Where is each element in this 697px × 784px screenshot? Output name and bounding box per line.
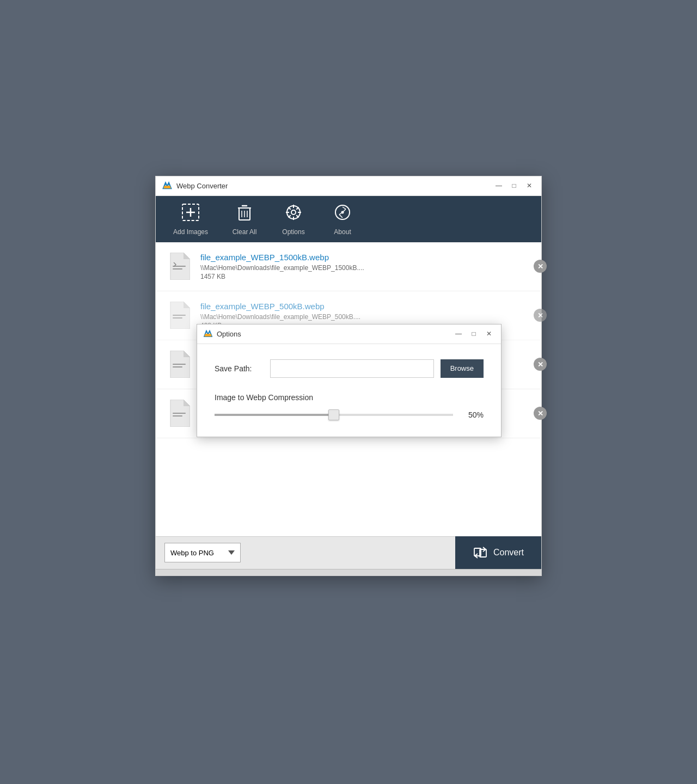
save-path-row: Save Path: Browse bbox=[215, 359, 484, 378]
dialog-window-controls: — □ ✕ bbox=[453, 328, 494, 339]
save-path-label: Save Path: bbox=[215, 364, 264, 373]
file-list: file_example_WEBP_1500kB.webp \\Mac\Home… bbox=[156, 242, 541, 536]
compression-section: Image to Webp Compression 50% bbox=[215, 393, 484, 419]
dialog-close-button[interactable]: ✕ bbox=[484, 328, 494, 339]
window-controls: — □ ✕ bbox=[493, 180, 535, 191]
toolbar-add-images[interactable]: Add Images bbox=[161, 196, 220, 242]
minimize-button[interactable]: — bbox=[493, 180, 504, 191]
dialog-overlay: Options — □ ✕ Save Path: Browse bbox=[156, 242, 541, 536]
app-logo bbox=[162, 181, 172, 191]
add-images-icon bbox=[181, 203, 200, 225]
browse-button[interactable]: Browse bbox=[441, 359, 484, 378]
toolbar: Add Images Clear All bbox=[156, 196, 541, 242]
dialog-maximize-button[interactable]: □ bbox=[468, 328, 479, 339]
close-button[interactable]: ✕ bbox=[524, 180, 535, 191]
dialog-titlebar: Options — □ ✕ bbox=[197, 324, 501, 344]
maximize-button[interactable]: □ bbox=[509, 180, 519, 191]
status-bar bbox=[156, 569, 541, 575]
svg-line-22 bbox=[343, 207, 346, 209]
clear-all-label: Clear All bbox=[233, 228, 257, 236]
add-images-label: Add Images bbox=[173, 228, 208, 236]
compression-value: 50% bbox=[462, 411, 484, 419]
compression-slider[interactable] bbox=[215, 414, 453, 416]
toolbar-clear-all[interactable]: Clear All bbox=[220, 196, 269, 242]
dialog-minimize-button[interactable]: — bbox=[453, 328, 464, 339]
app-title: Webp Converter bbox=[176, 182, 493, 190]
title-bar: Webp Converter — □ ✕ bbox=[156, 176, 541, 196]
main-window: Webp Converter — □ ✕ Add Images bbox=[155, 176, 542, 576]
svg-point-12 bbox=[291, 210, 296, 215]
convert-icon bbox=[473, 545, 488, 560]
dialog-title: Options bbox=[217, 330, 453, 338]
dialog-logo bbox=[204, 329, 212, 338]
about-label: About bbox=[334, 228, 351, 236]
svg-line-25 bbox=[339, 215, 343, 218]
convert-label: Convert bbox=[493, 548, 524, 558]
compression-title: Image to Webp Compression bbox=[215, 393, 484, 402]
svg-point-26 bbox=[341, 211, 344, 213]
dialog-content: Save Path: Browse Image to Webp Compress… bbox=[197, 344, 501, 437]
options-icon bbox=[284, 203, 303, 225]
clear-all-icon bbox=[235, 203, 254, 225]
options-dialog: Options — □ ✕ Save Path: Browse bbox=[197, 324, 502, 437]
toolbar-about[interactable]: About bbox=[318, 196, 367, 242]
save-path-input[interactable] bbox=[270, 359, 434, 378]
options-label: Options bbox=[282, 228, 304, 236]
slider-row: 50% bbox=[215, 411, 484, 419]
about-icon bbox=[333, 203, 352, 225]
toolbar-options[interactable]: Options bbox=[269, 196, 318, 242]
format-select[interactable]: Webp to PNG Webp to JPG PNG to Webp JPG … bbox=[164, 543, 241, 562]
bottom-bar: Webp to PNG Webp to JPG PNG to Webp JPG … bbox=[156, 536, 541, 569]
convert-button[interactable]: Convert bbox=[455, 536, 541, 569]
